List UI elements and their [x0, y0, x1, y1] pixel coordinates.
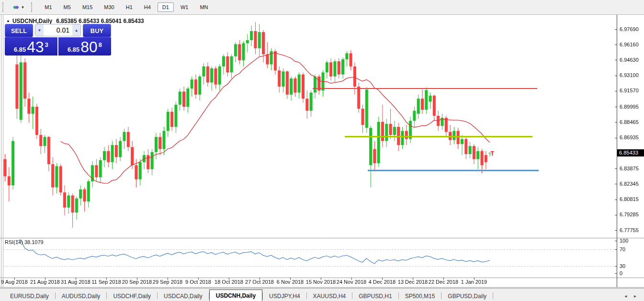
price-axis-label: 6.88465	[620, 119, 639, 125]
chart-title: ▲USDCNH,Daily6.85385 6.85433 6.85041 6.8…	[6, 18, 144, 24]
rsi-axis-label: 30	[620, 263, 625, 269]
timeframe-button-m1[interactable]: M1	[40, 2, 56, 12]
date-axis-label: 9 Oct 2018	[185, 279, 211, 285]
symbol-tab-usdcad[interactable]: USDCAD,Daily	[158, 291, 209, 301]
chevron-down-icon: ▼	[21, 5, 24, 10]
one-click-trading-panel: SELL ▼ ▲ BUY 6.85 43 3 6.85 80 8	[5, 24, 111, 56]
window-border-left	[1, 15, 1, 287]
volume-increase-button[interactable]: ▲	[72, 24, 80, 36]
price-axis-label: 6.86935	[620, 134, 639, 140]
timeframe-button-m30[interactable]: M30	[99, 2, 119, 12]
buy-price-pips: 80	[80, 40, 98, 54]
timeframe-group: M1M5M15M30H1H4D1W1MN	[39, 2, 214, 12]
symbol-tab-bar: EURUSD,DailyAUDUSD,DailyUSDCHF,DailyUSDC…	[0, 288, 644, 301]
sell-quote[interactable]: 6.85 43 3	[5, 37, 57, 56]
buy-price-prefix: 6.85	[68, 45, 79, 54]
price-axis-label: 6.79285	[620, 212, 639, 217]
date-axis-label: 18 Oct 2018	[215, 279, 243, 285]
price-axis-label: 6.94630	[620, 57, 639, 63]
collapse-triangle-icon[interactable]: ▲	[6, 19, 10, 23]
timeframe-button-mn[interactable]: MN	[195, 2, 213, 12]
price-axis-label: 6.77755	[620, 227, 639, 233]
sell-price-pips: 43	[27, 40, 44, 54]
rsi-axis-label: 70	[620, 246, 625, 252]
toolbar-grip[interactable]	[2, 2, 6, 12]
date-axis-label: 29 Sep 2018	[153, 279, 182, 285]
price-axis-label: 6.83875	[620, 166, 639, 171]
indicators-button[interactable]: ◆ ◆ ▼	[11, 4, 26, 11]
price-axis-label: 6.80815	[620, 196, 639, 202]
symbol-name: USDCNH,Daily	[12, 18, 52, 24]
timeframe-button-m15[interactable]: M15	[78, 2, 97, 12]
timeframe-button-h4[interactable]: H4	[139, 2, 156, 12]
date-axis-label: 24 Nov 2018	[337, 279, 366, 285]
sell-price-point: 3	[45, 37, 48, 53]
price-axis-label: 6.82345	[620, 181, 639, 187]
symbol-tab-usdjpy[interactable]: USDJPY,H4	[263, 291, 306, 301]
symbol-tab-audusd[interactable]: AUDUSD,Daily	[56, 291, 107, 301]
buy-quote[interactable]: 6.85 80 8	[58, 37, 111, 56]
symbol-tab-usdchf[interactable]: USDCHF,Daily	[107, 291, 157, 301]
volume-stepper: ▼ ▲	[35, 24, 81, 36]
timeframe-button-d1[interactable]: D1	[158, 2, 174, 12]
date-axis-label: 15 Nov 2018	[306, 279, 336, 285]
price-axis-label: 6.97690	[620, 26, 639, 32]
sell-price-prefix: 6.85	[14, 45, 26, 54]
date-axis-label: 22 Dec 2018	[429, 279, 458, 285]
purple-diamond-icon: ◆	[15, 5, 19, 10]
timeframe-button-m5[interactable]: M5	[59, 2, 76, 12]
rsi-indicator-label: RSI(14) 38.1079	[5, 239, 44, 245]
date-axis-label: 11 Sep 2018	[91, 279, 121, 285]
tab-scroll-arrows[interactable]: ◂ ▸	[624, 293, 644, 299]
sell-button[interactable]: SELL	[5, 24, 33, 37]
date-axis-label: 13 Dec 2018	[398, 279, 428, 285]
tab-separator	[493, 292, 493, 299]
timeframe-button-w1[interactable]: W1	[176, 2, 193, 12]
price-axis-label: 6.91570	[620, 88, 639, 93]
date-axis-label: 31 Aug 2018	[61, 279, 90, 285]
date-axis-label: 9 Aug 2018	[1, 279, 28, 285]
price-axis-label: 6.96160	[620, 42, 639, 47]
symbol-tab-xauusd[interactable]: XAUUSD,H4	[307, 291, 352, 301]
symbol-tab-eurusd[interactable]: EURUSD,Daily	[4, 291, 55, 301]
buy-price-point: 8	[99, 37, 102, 53]
symbol-tab-usdcnh[interactable]: USDCNH,Daily	[209, 290, 262, 301]
volume-input[interactable]	[44, 24, 72, 36]
buy-button[interactable]: BUY	[83, 24, 111, 37]
current-price-badge: 6.85433	[617, 149, 644, 156]
timeframe-toolbar: ◆ ◆ ▼ M1M5M15M30H1H4D1W1MN	[0, 0, 644, 15]
date-axis-label: 4 Dec 2018	[369, 279, 395, 285]
ohlc-readout: 6.85385 6.85433 6.85041 6.85433	[56, 18, 144, 24]
price-axis-label: 6.89995	[620, 104, 639, 110]
symbol-tab-gbpusd[interactable]: GBPUSD,H1	[352, 291, 398, 301]
date-axis-label: 21 Aug 2018	[30, 279, 60, 285]
volume-decrease-button[interactable]: ▼	[35, 24, 44, 36]
date-axis-label: 6 Nov 2018	[277, 279, 304, 285]
date-axis-label: 1 Jan 2019	[461, 279, 487, 285]
price-axis-label: 6.93100	[620, 72, 639, 78]
terminal-window: ◆ ◆ ▼ M1M5M15M30H1H4D1W1MN ▲USDCNH,Daily…	[0, 0, 644, 301]
date-axis-label: 20 Sep 2018	[122, 279, 152, 285]
toolbar-grip[interactable]	[31, 2, 34, 12]
date-axis-label: 27 Oct 2018	[245, 279, 274, 285]
window-border-left-inner	[3, 15, 3, 287]
rsi-axis-label: 100	[620, 238, 628, 244]
rsi-axis-label: 0	[620, 270, 622, 276]
symbol-tab-sp500[interactable]: SP500,M15	[399, 291, 441, 301]
symbol-tab-gbpusd[interactable]: GBPUSD,Daily	[441, 291, 493, 301]
timeframe-button-h1[interactable]: H1	[121, 2, 137, 12]
